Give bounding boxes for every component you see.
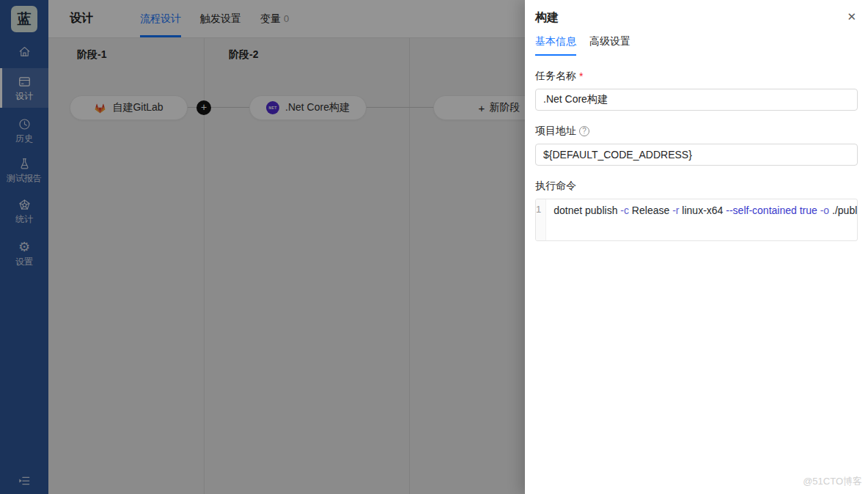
drawer-tabs: 基本信息 高级设置 (535, 35, 858, 56)
required-asterisk: * (579, 70, 583, 82)
tab-basic-info[interactable]: 基本信息 (535, 35, 576, 56)
field-label-text: 项目地址 (535, 125, 576, 138)
code-token: linux-x64 (679, 204, 726, 216)
drawer-mask[interactable] (0, 0, 525, 494)
code-token: dotnet publish (553, 204, 620, 216)
task-name-input[interactable] (535, 89, 858, 111)
code-token: ./publish (829, 204, 858, 216)
code-token: -o (820, 204, 829, 216)
field-label-text: 执行命令 (535, 180, 576, 193)
task-name-label: 任务名称 * (535, 70, 858, 83)
code-token: Release (629, 204, 672, 216)
tab-advanced-settings[interactable]: 高级设置 (589, 35, 630, 56)
help-icon[interactable]: ? (579, 126, 589, 136)
code-token: -c (620, 204, 629, 216)
command-code-editor[interactable]: 1 dotnet publish -c Release -r linux-x64… (535, 199, 858, 241)
task-config-drawer: 构建 ✕ 基本信息 高级设置 任务名称 * 项目地址 ? 执行命令 1 dotn… (525, 0, 868, 494)
code-token: --self-contained true (726, 204, 817, 216)
repo-address-input[interactable] (535, 144, 858, 166)
command-label: 执行命令 (535, 180, 858, 193)
close-icon[interactable]: ✕ (847, 10, 856, 23)
line-number-gutter: 1 (536, 199, 546, 240)
command-code-line: dotnet publish -c Release -r linux-x64 -… (546, 199, 858, 240)
drawer-title: 构建 (535, 10, 858, 26)
repo-address-label: 项目地址 ? (535, 125, 858, 138)
watermark: @51CTO博客 (803, 475, 862, 488)
field-label-text: 任务名称 (535, 70, 576, 83)
